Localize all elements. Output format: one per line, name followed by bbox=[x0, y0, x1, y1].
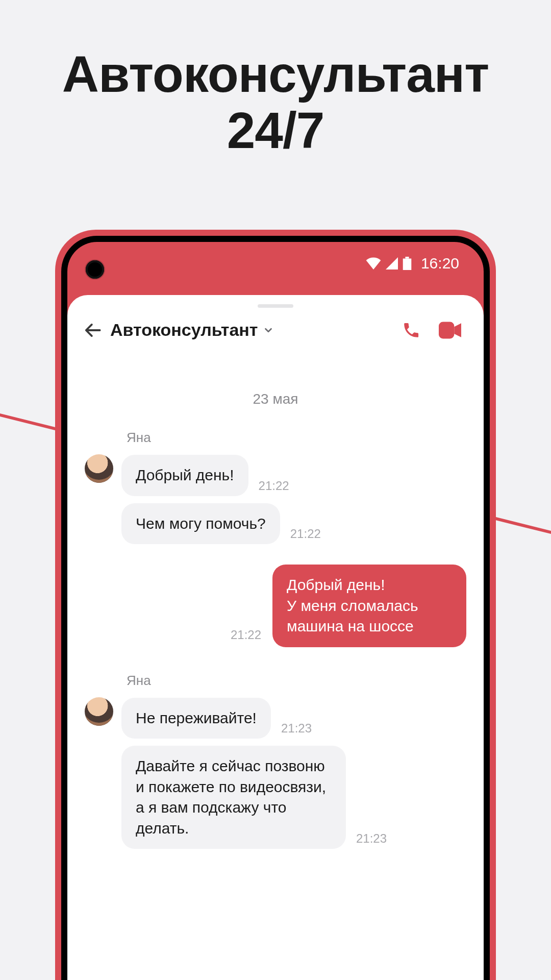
message-bubble-in[interactable]: Не переживайте! bbox=[121, 698, 271, 739]
message-bubble-out[interactable]: Добрый день! У меня сломалась машина на … bbox=[272, 565, 466, 647]
chat-title[interactable]: Автоконсультант bbox=[110, 320, 274, 340]
status-time: 16:20 bbox=[421, 255, 459, 272]
voice-call-button[interactable] bbox=[402, 321, 420, 339]
message-time: 21:22 bbox=[231, 628, 261, 647]
battery-icon bbox=[403, 257, 412, 270]
promo-title: Автоконсультант 24/7 bbox=[0, 46, 551, 158]
message-time: 21:22 bbox=[290, 527, 321, 544]
message-row: Не переживайте! 21:23 bbox=[121, 698, 387, 739]
message-time: 21:23 bbox=[356, 831, 387, 849]
video-call-button[interactable] bbox=[439, 322, 461, 339]
sender-name: Яна bbox=[127, 673, 387, 689]
avatar[interactable] bbox=[85, 454, 113, 483]
message-bubble-in[interactable]: Чем могу помочь? bbox=[121, 503, 280, 545]
phone-mockup: 16:20 Автоконсультант bbox=[55, 230, 496, 980]
status-bar: 16:20 bbox=[67, 242, 484, 285]
svg-rect-2 bbox=[439, 322, 454, 338]
cellular-icon bbox=[385, 257, 398, 270]
chat-panel: Автоконсультант bbox=[67, 295, 484, 980]
message-group-in: Яна Добрый день! 21:22 Чем могу помочь? … bbox=[85, 430, 466, 544]
svg-rect-0 bbox=[405, 257, 409, 259]
sender-name: Яна bbox=[127, 430, 321, 446]
message-time: 21:22 bbox=[259, 479, 289, 496]
avatar[interactable] bbox=[85, 697, 113, 726]
back-arrow-icon[interactable] bbox=[84, 321, 103, 340]
svg-rect-1 bbox=[403, 259, 412, 270]
message-time: 21:23 bbox=[281, 721, 312, 739]
message-bubble-in[interactable]: Добрый день! bbox=[121, 455, 248, 496]
message-bubble-in[interactable]: Давайте я сейчас позвоню и покажете по в… bbox=[121, 746, 346, 849]
date-separator: 23 мая bbox=[85, 391, 466, 407]
chat-header: Автоконсультант bbox=[67, 317, 484, 355]
message-row: Добрый день! 21:22 bbox=[121, 455, 321, 496]
message-group-in: Яна Не переживайте! 21:23 Давайте я сейч… bbox=[85, 673, 466, 849]
camera-hole bbox=[86, 260, 104, 279]
message-row: Давайте я сейчас позвоню и покажете по в… bbox=[121, 746, 387, 849]
sheet-handle[interactable] bbox=[258, 304, 293, 308]
chat-title-label: Автоконсультант bbox=[110, 320, 258, 340]
chevron-down-icon bbox=[263, 325, 274, 336]
chat-body[interactable]: 23 мая Яна Добрый день! 21:22 bbox=[67, 355, 484, 849]
wifi-icon bbox=[366, 257, 381, 270]
message-row: Чем могу помочь? 21:22 bbox=[121, 503, 321, 545]
message-group-out: 21:22 Добрый день! У меня сломалась маши… bbox=[85, 565, 466, 647]
